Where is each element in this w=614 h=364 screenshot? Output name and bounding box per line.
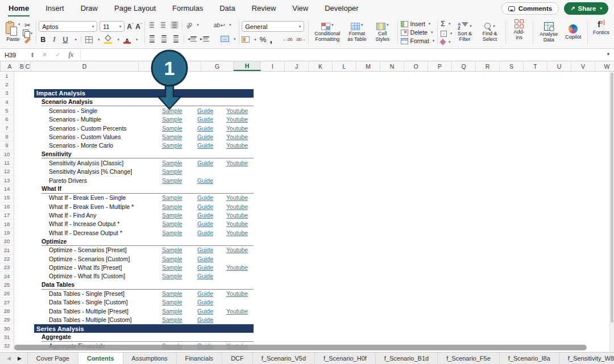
sheet-tab-f-scenario-f5e[interactable]: f_Scenario_F5e xyxy=(438,353,500,364)
ribbon-tab-developer[interactable]: Developer xyxy=(324,1,359,16)
guide-link[interactable]: Guide xyxy=(197,220,213,227)
chevron-down-icon[interactable]: ▾ xyxy=(118,37,120,42)
merge-center-icon[interactable]: ↔ xyxy=(221,36,229,42)
row-header-18[interactable]: 18 xyxy=(0,220,14,228)
row-header-2[interactable]: 2 xyxy=(0,80,14,89)
row-header-7[interactable]: 7 xyxy=(0,124,14,132)
youtube-link[interactable]: Youtube xyxy=(226,125,248,132)
decrease-indent-icon[interactable]: ◂ xyxy=(188,36,197,41)
youtube-link[interactable]: Youtube xyxy=(226,246,248,253)
increase-decimal-icon[interactable]: ←.00 xyxy=(283,37,292,42)
row-header-15[interactable]: 15 xyxy=(0,194,14,202)
sample-link[interactable]: Sample xyxy=(162,212,182,219)
chevron-down-icon[interactable]: ▾ xyxy=(254,37,256,42)
guide-link[interactable]: Guide xyxy=(197,125,213,132)
percent-style-icon[interactable]: % xyxy=(260,35,267,44)
align-center-icon[interactable] xyxy=(160,34,168,44)
column-header-o[interactable]: O xyxy=(404,61,428,71)
youtube-link[interactable]: Youtube xyxy=(226,160,248,166)
youtube-link[interactable]: Youtube xyxy=(226,194,248,201)
cut-icon[interactable]: ✂ xyxy=(23,21,33,30)
guide-link[interactable]: Guide xyxy=(197,142,213,149)
select-all-corner[interactable] xyxy=(0,61,1,71)
sample-link[interactable]: Sample xyxy=(162,107,182,114)
row-header-32[interactable]: 32 xyxy=(0,342,14,350)
align-left-icon[interactable] xyxy=(148,34,156,44)
decrease-font-size-button[interactable]: Aˇ xyxy=(135,23,142,31)
sheet-tab-f-scenario-b1d[interactable]: f_Scenario_B1d xyxy=(376,353,438,364)
column-header-e[interactable]: E xyxy=(139,61,169,71)
column-header-k[interactable]: K xyxy=(309,61,333,71)
row-header-9[interactable]: 9 xyxy=(0,141,14,150)
chevron-down-icon[interactable]: ▾ xyxy=(229,23,231,27)
ribbon-tab-view[interactable]: View xyxy=(292,1,309,16)
sample-link[interactable]: Sample xyxy=(162,299,182,306)
ribbon-tab-insert[interactable]: Insert xyxy=(45,1,65,16)
sheet-nav-left-icon[interactable]: ◀ xyxy=(7,355,11,361)
row-header-25[interactable]: 25 xyxy=(0,281,14,289)
row-header-22[interactable]: 22 xyxy=(0,254,14,263)
bold-button[interactable]: B xyxy=(39,36,47,44)
row-header-17[interactable]: 17 xyxy=(0,211,14,220)
column-header-v[interactable]: V xyxy=(571,61,595,71)
wrap-text-icon[interactable]: ab↩ xyxy=(214,22,225,28)
column-header-g[interactable]: G xyxy=(201,61,234,71)
guide-link[interactable]: Guide xyxy=(197,299,213,306)
row-header-13[interactable]: 13 xyxy=(0,176,14,185)
youtube-link[interactable]: Youtube xyxy=(226,133,248,140)
copilot-button[interactable]: Copilot xyxy=(562,24,584,41)
sample-link[interactable]: Sample xyxy=(162,168,182,175)
sheet-tab-f-scenario-v5d[interactable]: f_Scenario_V5d xyxy=(253,353,315,364)
italic-button[interactable]: I xyxy=(51,35,57,44)
youtube-link[interactable]: Youtube xyxy=(226,229,248,236)
ribbon-tab-data[interactable]: Data xyxy=(219,1,235,16)
formula-bar-expand-icon[interactable]: ▼ xyxy=(606,52,611,57)
guide-link[interactable]: Guide xyxy=(197,290,213,297)
youtube-link[interactable]: Youtube xyxy=(226,107,248,114)
row-header-6[interactable]: 6 xyxy=(0,115,14,124)
column-header-m[interactable]: M xyxy=(356,61,380,71)
insert-function-icon[interactable]: fx xyxy=(68,51,73,59)
sample-link[interactable]: Sample xyxy=(162,125,182,132)
vertical-scrollbar[interactable] xyxy=(609,72,614,352)
autosum-button[interactable]: Σ▾ xyxy=(441,20,453,27)
find-select-button[interactable]: ▾ Find & Select xyxy=(478,22,503,43)
sheet-tab-dcf[interactable]: DCF xyxy=(222,353,253,364)
column-header-q[interactable]: Q xyxy=(452,61,476,71)
sheet-nav-right-icon[interactable]: ▶ xyxy=(18,355,22,361)
column-header-h[interactable]: H xyxy=(234,61,261,71)
row-header-8[interactable]: 8 xyxy=(0,132,14,141)
chevron-down-icon[interactable]: ▾ xyxy=(74,37,77,42)
share-button[interactable]: ↗ Share ▾ xyxy=(564,2,608,15)
chevron-down-icon[interactable]: ▾ xyxy=(197,23,199,27)
youtube-link[interactable]: Youtube xyxy=(226,116,248,123)
sample-link[interactable]: Sample xyxy=(162,133,182,140)
row-header-27[interactable]: 27 xyxy=(0,298,14,307)
sample-link[interactable]: Sample xyxy=(162,246,182,253)
paste-button[interactable]: ▾ Paste xyxy=(3,22,23,43)
guide-link[interactable]: Guide xyxy=(197,273,213,279)
youtube-link[interactable]: Youtube xyxy=(226,264,248,271)
row-header-5[interactable]: 5 xyxy=(0,106,14,115)
row-header-4[interactable]: 4 xyxy=(0,98,14,106)
fontics-button[interactable]: fx] Fontics xyxy=(591,19,612,46)
row-header-12[interactable]: 12 xyxy=(0,168,14,176)
sheet-tab-f-sensitivity-w8s[interactable]: f_Sensitivity_W8s xyxy=(559,353,614,364)
sample-link[interactable]: Sample xyxy=(162,203,182,210)
row-header-11[interactable]: 11 xyxy=(0,158,14,167)
column-header-u[interactable]: U xyxy=(547,61,571,71)
clear-button[interactable]: ▾ xyxy=(441,40,453,44)
ribbon-tab-page-layout[interactable]: Page Layout xyxy=(114,1,156,16)
youtube-link[interactable]: Youtube xyxy=(226,212,248,219)
sample-link[interactable]: Sample xyxy=(162,256,182,262)
comments-button[interactable]: Comments xyxy=(501,2,559,15)
align-middle-icon[interactable] xyxy=(159,21,167,29)
guide-link[interactable]: Guide xyxy=(197,133,213,140)
row-header-29[interactable]: 29 xyxy=(0,316,14,324)
column-header-t[interactable]: T xyxy=(524,61,547,71)
analyse-data-button[interactable]: Analyse Data xyxy=(536,22,562,44)
column-header-f[interactable]: F xyxy=(169,61,201,71)
youtube-link[interactable]: Youtube xyxy=(226,220,248,227)
youtube-link[interactable]: Youtube xyxy=(226,142,248,149)
cancel-entry-icon[interactable]: ✕ xyxy=(42,51,47,58)
